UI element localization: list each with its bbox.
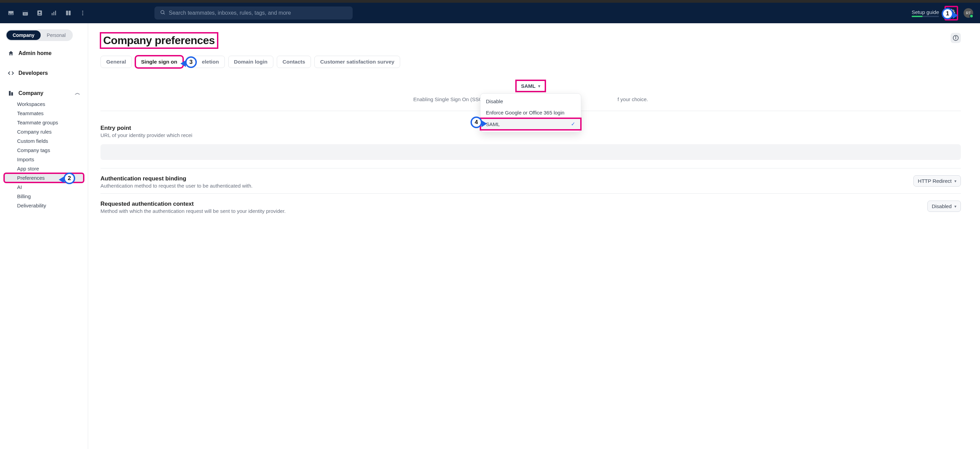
auth-binding-desc: Authentication method to request the use… [100, 183, 900, 189]
svg-rect-9 [69, 11, 71, 15]
search-input-wrapper[interactable] [154, 6, 353, 19]
dd-option-label: SAML [486, 121, 500, 127]
entry-point-input[interactable] [100, 144, 961, 160]
svg-point-12 [82, 14, 83, 15]
sidebar-item-ai[interactable]: AI [4, 183, 84, 192]
sidebar-item-deliverability[interactable]: Deliverability [4, 201, 84, 210]
dd-option-google-o365[interactable]: Enforce Google or Office 365 login [480, 107, 581, 118]
contacts-icon[interactable] [35, 9, 44, 17]
sidebar-item-custom-fields[interactable]: Custom fields [4, 136, 84, 146]
auth-context-title: Requested authentication context [100, 201, 914, 207]
tab-general[interactable]: General [100, 56, 132, 68]
scope-toggle: Company Personal [5, 29, 73, 41]
svg-point-13 [161, 11, 164, 14]
toggle-company[interactable]: Company [6, 30, 41, 40]
page-title: Company preferences [103, 34, 215, 47]
select-value: HTTP Redirect [918, 178, 951, 184]
nav-label: Company [19, 90, 43, 96]
chevron-down-icon: ▾ [955, 204, 956, 209]
info-icon[interactable] [951, 33, 961, 43]
auth-binding-title: Authentication request binding [100, 175, 900, 182]
sso-mode-dropdown[interactable]: SAML ▾ [516, 80, 546, 92]
sidebar: Company Personal Admin home Developers C… [0, 23, 88, 449]
home-icon [8, 50, 14, 57]
sidebar-item-company-rules[interactable]: Company rules [4, 127, 84, 136]
svg-rect-1 [23, 11, 28, 12]
nav-developers[interactable]: Developers [4, 67, 84, 79]
svg-text:31: 31 [24, 12, 27, 15]
calendar-icon[interactable]: 31 [21, 9, 29, 17]
callout-2: 2 [64, 173, 75, 184]
sidebar-item-app-store[interactable]: App store [4, 164, 84, 173]
sidebar-item-imports[interactable]: Imports [4, 155, 84, 164]
search-icon [160, 10, 165, 16]
tabs: General Single sign on eletion Domain lo… [100, 56, 961, 68]
svg-line-14 [164, 13, 165, 14]
toggle-personal[interactable]: Personal [41, 30, 72, 40]
avatar[interactable]: RT [964, 8, 973, 18]
nav-label: Developers [19, 70, 48, 76]
entry-point-desc: URL of your identity provider which rece… [100, 132, 961, 138]
auth-context-select[interactable]: Disabled ▾ [928, 201, 961, 212]
analytics-icon[interactable] [50, 9, 58, 17]
chevron-down-icon: ▾ [538, 84, 540, 89]
callout-4: 4 [471, 116, 482, 128]
setup-guide[interactable]: Setup guide 1 [912, 9, 939, 17]
topbar: 31 Setup guide 1 RT [0, 3, 980, 23]
select-value: Disabled [932, 203, 951, 209]
main-panel: Company preferences General Single sign … [88, 23, 980, 449]
inbox-icon[interactable] [7, 9, 15, 17]
auth-context-desc: Method with which the authentication req… [100, 208, 914, 214]
svg-point-11 [82, 13, 83, 14]
sidebar-item-teammate-groups[interactable]: Teammate groups [4, 118, 84, 127]
dd-option-saml[interactable]: SAML ✓ [480, 118, 581, 130]
svg-rect-5 [52, 13, 52, 15]
setup-guide-label: Setup guide [912, 9, 939, 15]
dropdown-value: SAML [521, 83, 536, 89]
building-icon [8, 90, 14, 97]
nav-label: Admin home [19, 50, 52, 56]
callout-4-pointer [482, 120, 487, 127]
sidebar-item-workspaces[interactable]: Workspaces [4, 99, 84, 109]
nav-admin-home[interactable]: Admin home [4, 47, 84, 59]
search-input[interactable] [169, 10, 347, 16]
dd-option-disable[interactable]: Disable [480, 96, 581, 107]
more-icon[interactable] [79, 9, 87, 17]
svg-rect-8 [66, 11, 68, 15]
svg-rect-6 [53, 12, 54, 15]
svg-point-4 [39, 12, 41, 13]
code-icon [8, 70, 14, 76]
callout-3: 3 [185, 56, 197, 68]
callout-1: 1 [942, 8, 953, 19]
chevron-up-icon: ︿ [75, 89, 80, 97]
tab-contacts[interactable]: Contacts [277, 56, 311, 68]
chevron-down-icon: ▾ [955, 179, 956, 183]
svg-point-10 [82, 11, 83, 12]
sidebar-item-teammates[interactable]: Teammates [4, 109, 84, 118]
sso-dropdown-menu: Disable Enforce Google or Office 365 log… [480, 93, 581, 132]
tab-single-sign-on[interactable]: Single sign on [135, 56, 183, 68]
knowledge-icon[interactable] [64, 9, 72, 17]
svg-point-20 [955, 37, 956, 37]
setup-progress [912, 16, 939, 17]
auth-binding-select[interactable]: HTTP Redirect ▾ [913, 175, 961, 186]
svg-rect-16 [9, 91, 11, 96]
tab-csat[interactable]: Customer satisfaction survey [314, 56, 400, 68]
sidebar-item-company-tags[interactable]: Company tags [4, 146, 84, 155]
svg-rect-7 [55, 11, 56, 15]
tab-domain-login[interactable]: Domain login [228, 56, 274, 68]
svg-rect-17 [11, 92, 13, 96]
callout-1-pointer [953, 12, 958, 19]
nav-company-section[interactable]: Company ︿ [4, 87, 84, 99]
sidebar-item-billing[interactable]: Billing [4, 192, 84, 201]
check-icon: ✓ [571, 121, 576, 127]
